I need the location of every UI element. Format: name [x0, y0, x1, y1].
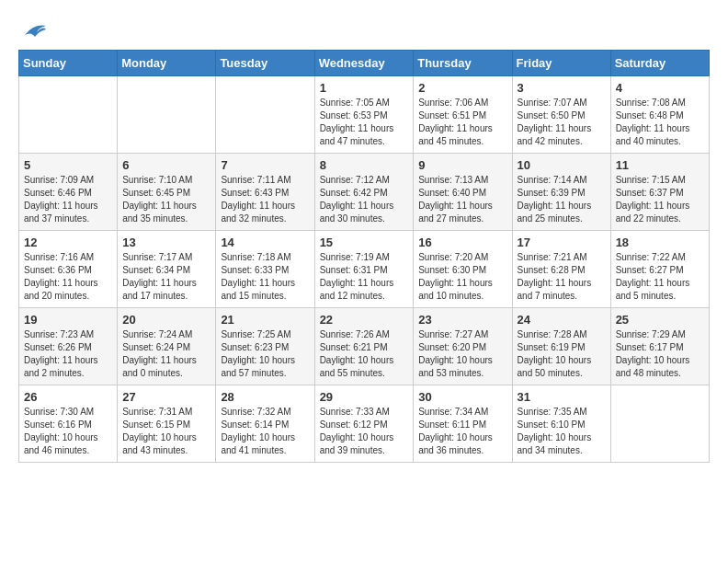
- day-number: 24: [518, 313, 606, 327]
- day-number: 12: [24, 236, 112, 249]
- calendar-cell: 12Sunrise: 7:16 AM Sunset: 6:36 PM Dayli…: [19, 231, 118, 308]
- day-info: Sunrise: 7:21 AM Sunset: 6:28 PM Dayligh…: [518, 251, 606, 303]
- day-info: Sunrise: 7:06 AM Sunset: 6:51 PM Dayligh…: [418, 97, 506, 148]
- day-info: Sunrise: 7:25 AM Sunset: 6:23 PM Dayligh…: [221, 328, 309, 380]
- calendar-cell: 23Sunrise: 7:27 AM Sunset: 6:20 PM Dayli…: [414, 308, 512, 385]
- day-number: 8: [320, 158, 409, 172]
- calendar-cell: 18Sunrise: 7:22 AM Sunset: 6:27 PM Dayli…: [610, 231, 709, 308]
- day-number: 15: [320, 236, 409, 249]
- calendar-cell: 20Sunrise: 7:24 AM Sunset: 6:24 PM Dayli…: [118, 308, 216, 385]
- day-number: 17: [518, 236, 606, 249]
- day-info: Sunrise: 7:15 AM Sunset: 6:37 PM Dayligh…: [616, 174, 704, 225]
- day-number: 2: [418, 81, 506, 95]
- calendar-cell: 22Sunrise: 7:26 AM Sunset: 6:21 PM Dayli…: [314, 308, 414, 385]
- day-number: 11: [616, 158, 704, 172]
- calendar-week-row: 5Sunrise: 7:09 AM Sunset: 6:46 PM Daylig…: [19, 154, 710, 231]
- calendar-cell: [118, 76, 216, 154]
- day-number: 14: [221, 236, 309, 249]
- day-of-week-header: Monday: [118, 51, 216, 76]
- calendar-week-row: 26Sunrise: 7:30 AM Sunset: 6:16 PM Dayli…: [19, 385, 710, 463]
- calendar-cell: 1Sunrise: 7:05 AM Sunset: 6:53 PM Daylig…: [314, 76, 414, 154]
- day-number: 22: [320, 313, 409, 327]
- day-info: Sunrise: 7:23 AM Sunset: 6:26 PM Dayligh…: [24, 328, 112, 380]
- day-info: Sunrise: 7:17 AM Sunset: 6:34 PM Dayligh…: [122, 251, 210, 303]
- day-number: 9: [418, 158, 506, 172]
- day-number: 5: [24, 158, 112, 172]
- calendar-cell: 8Sunrise: 7:12 AM Sunset: 6:42 PM Daylig…: [314, 154, 414, 231]
- day-info: Sunrise: 7:35 AM Sunset: 6:10 PM Dayligh…: [518, 406, 606, 457]
- days-of-week-row: SundayMondayTuesdayWednesdayThursdayFrid…: [19, 51, 710, 76]
- day-info: Sunrise: 7:33 AM Sunset: 6:12 PM Dayligh…: [320, 406, 409, 457]
- logo: [18, 18, 48, 40]
- day-info: Sunrise: 7:20 AM Sunset: 6:30 PM Dayligh…: [418, 251, 506, 303]
- calendar-cell: 26Sunrise: 7:30 AM Sunset: 6:16 PM Dayli…: [19, 385, 118, 463]
- day-info: Sunrise: 7:12 AM Sunset: 6:42 PM Dayligh…: [320, 174, 409, 225]
- day-info: Sunrise: 7:34 AM Sunset: 6:11 PM Dayligh…: [418, 406, 506, 457]
- day-info: Sunrise: 7:19 AM Sunset: 6:31 PM Dayligh…: [320, 251, 409, 303]
- day-number: 25: [616, 313, 704, 327]
- calendar-cell: 15Sunrise: 7:19 AM Sunset: 6:31 PM Dayli…: [314, 231, 414, 308]
- day-of-week-header: Thursday: [414, 51, 512, 76]
- calendar-cell: 16Sunrise: 7:20 AM Sunset: 6:30 PM Dayli…: [414, 231, 512, 308]
- day-of-week-header: Sunday: [19, 51, 118, 76]
- calendar-cell: [216, 76, 314, 154]
- calendar-cell: 17Sunrise: 7:21 AM Sunset: 6:28 PM Dayli…: [512, 231, 610, 308]
- day-number: 29: [320, 390, 409, 404]
- day-info: Sunrise: 7:16 AM Sunset: 6:36 PM Dayligh…: [24, 251, 112, 303]
- calendar-cell: 9Sunrise: 7:13 AM Sunset: 6:40 PM Daylig…: [414, 154, 512, 231]
- day-of-week-header: Saturday: [610, 51, 709, 76]
- day-number: 18: [616, 236, 704, 249]
- day-info: Sunrise: 7:32 AM Sunset: 6:14 PM Dayligh…: [221, 406, 309, 457]
- calendar-cell: 28Sunrise: 7:32 AM Sunset: 6:14 PM Dayli…: [216, 385, 314, 463]
- calendar-cell: 27Sunrise: 7:31 AM Sunset: 6:15 PM Dayli…: [118, 385, 216, 463]
- day-number: 26: [24, 390, 112, 404]
- day-of-week-header: Friday: [512, 51, 610, 76]
- day-number: 23: [418, 313, 506, 327]
- calendar-cell: 29Sunrise: 7:33 AM Sunset: 6:12 PM Dayli…: [314, 385, 414, 463]
- calendar-cell: 25Sunrise: 7:29 AM Sunset: 6:17 PM Dayli…: [610, 308, 709, 385]
- day-info: Sunrise: 7:27 AM Sunset: 6:20 PM Dayligh…: [418, 328, 506, 380]
- calendar-cell: 6Sunrise: 7:10 AM Sunset: 6:45 PM Daylig…: [118, 154, 216, 231]
- calendar-cell: 4Sunrise: 7:08 AM Sunset: 6:48 PM Daylig…: [610, 76, 709, 154]
- day-number: 13: [122, 236, 210, 249]
- calendar-header: [18, 18, 710, 40]
- calendar-cell: 11Sunrise: 7:15 AM Sunset: 6:37 PM Dayli…: [610, 154, 709, 231]
- day-info: Sunrise: 7:10 AM Sunset: 6:45 PM Dayligh…: [122, 174, 210, 225]
- day-number: 21: [221, 313, 309, 327]
- day-number: 20: [122, 313, 210, 327]
- calendar-table: SundayMondayTuesdayWednesdayThursdayFrid…: [18, 50, 710, 463]
- day-info: Sunrise: 7:31 AM Sunset: 6:15 PM Dayligh…: [122, 406, 210, 457]
- day-number: 10: [518, 158, 606, 172]
- day-info: Sunrise: 7:11 AM Sunset: 6:43 PM Dayligh…: [221, 174, 309, 225]
- calendar-week-row: 19Sunrise: 7:23 AM Sunset: 6:26 PM Dayli…: [19, 308, 710, 385]
- day-number: 27: [122, 390, 210, 404]
- calendar-cell: 30Sunrise: 7:34 AM Sunset: 6:11 PM Dayli…: [414, 385, 512, 463]
- calendar-cell: 21Sunrise: 7:25 AM Sunset: 6:23 PM Dayli…: [216, 308, 314, 385]
- day-info: Sunrise: 7:09 AM Sunset: 6:46 PM Dayligh…: [24, 174, 112, 225]
- calendar-cell: [19, 76, 118, 154]
- day-info: Sunrise: 7:24 AM Sunset: 6:24 PM Dayligh…: [122, 328, 210, 380]
- calendar-cell: 5Sunrise: 7:09 AM Sunset: 6:46 PM Daylig…: [19, 154, 118, 231]
- day-info: Sunrise: 7:30 AM Sunset: 6:16 PM Dayligh…: [24, 406, 112, 457]
- calendar-cell: 7Sunrise: 7:11 AM Sunset: 6:43 PM Daylig…: [216, 154, 314, 231]
- day-number: 31: [518, 390, 606, 404]
- day-info: Sunrise: 7:26 AM Sunset: 6:21 PM Dayligh…: [320, 328, 409, 380]
- day-number: 3: [518, 81, 606, 95]
- day-number: 28: [221, 390, 309, 404]
- calendar-cell: 13Sunrise: 7:17 AM Sunset: 6:34 PM Dayli…: [118, 231, 216, 308]
- day-info: Sunrise: 7:28 AM Sunset: 6:19 PM Dayligh…: [518, 328, 606, 380]
- calendar-cell: 3Sunrise: 7:07 AM Sunset: 6:50 PM Daylig…: [512, 76, 610, 154]
- day-number: 16: [418, 236, 506, 249]
- calendar-body: 1Sunrise: 7:05 AM Sunset: 6:53 PM Daylig…: [19, 76, 710, 463]
- logo-bird-icon: [20, 18, 48, 40]
- calendar-cell: [610, 385, 709, 463]
- calendar-cell: 2Sunrise: 7:06 AM Sunset: 6:51 PM Daylig…: [414, 76, 512, 154]
- calendar-week-row: 1Sunrise: 7:05 AM Sunset: 6:53 PM Daylig…: [19, 76, 710, 154]
- day-of-week-header: Tuesday: [216, 51, 314, 76]
- day-info: Sunrise: 7:29 AM Sunset: 6:17 PM Dayligh…: [616, 328, 704, 380]
- day-info: Sunrise: 7:08 AM Sunset: 6:48 PM Dayligh…: [616, 97, 704, 148]
- day-info: Sunrise: 7:05 AM Sunset: 6:53 PM Dayligh…: [320, 97, 409, 148]
- calendar-cell: 31Sunrise: 7:35 AM Sunset: 6:10 PM Dayli…: [512, 385, 610, 463]
- calendar-cell: 19Sunrise: 7:23 AM Sunset: 6:26 PM Dayli…: [19, 308, 118, 385]
- calendar-cell: 24Sunrise: 7:28 AM Sunset: 6:19 PM Dayli…: [512, 308, 610, 385]
